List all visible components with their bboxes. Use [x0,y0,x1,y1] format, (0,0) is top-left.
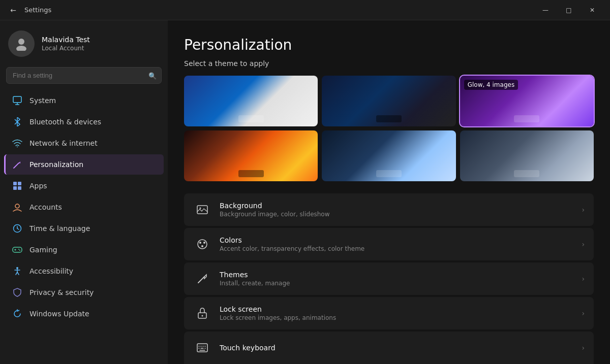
svg-line-6 [14,163,19,168]
theme-taskbar [514,170,539,177]
theme-grid: Glow, 4 images [184,76,594,181]
theme-card-glow[interactable]: Glow, 4 images [460,76,594,126]
svg-point-28 [199,242,201,244]
nav-update[interactable]: Windows Update [4,304,164,324]
colors-title: Colors [220,236,582,244]
chevron-right-icon: › [582,275,585,283]
nav-system[interactable]: System [4,90,164,111]
theme-taskbar [376,170,402,177]
nav-bluetooth[interactable]: Bluetooth & devices [4,112,164,132]
sidebar: Malavida Test Local Account 🔍 System [0,20,168,364]
app-body: Malavida Test Local Account 🔍 System [0,20,610,364]
lockscreen-title: Lock screen [220,305,582,313]
system-icon [12,95,22,106]
user-section: Malavida Test Local Account [0,20,168,65]
nav-accounts-label: Accounts [29,203,62,211]
nav-network-label: Network & internet [29,139,98,147]
themes-title: Themes [220,271,582,279]
close-icon: ✕ [590,7,595,14]
theme-card-win11-light[interactable] [184,76,318,126]
apps-icon [12,181,22,191]
background-text: Background Background image, color, slid… [220,202,582,218]
accounts-icon [12,202,22,212]
close-button[interactable]: ✕ [581,2,604,18]
nav-privacy[interactable]: Privacy & security [4,282,164,303]
themes-desc: Install, create, manage [220,280,582,287]
chevron-right-icon: › [582,309,585,317]
theme-card-win11-dark[interactable] [322,76,455,126]
setting-row-lockscreen[interactable]: Lock screen Lock screen images, apps, an… [184,297,594,329]
svg-rect-9 [13,186,17,190]
svg-rect-25 [197,206,207,214]
maximize-icon: □ [566,7,571,14]
colors-text: Colors Accent color, transparency effect… [220,236,582,252]
chevron-right-icon: › [582,240,585,248]
back-icon: ← [10,6,16,14]
nav-time[interactable]: Time & language [4,218,164,239]
svg-point-1 [16,46,26,51]
svg-line-31 [198,277,204,283]
user-name: Malavida Test [42,36,90,44]
svg-point-0 [18,39,24,45]
svg-point-26 [200,208,201,209]
minimize-icon: — [542,7,548,14]
svg-line-24 [17,272,19,275]
lockscreen-desc: Lock screen images, apps, animations [220,314,582,321]
chevron-right-icon: › [582,344,585,352]
nav-apps[interactable]: Apps [4,176,164,196]
themes-icon [193,270,211,288]
setting-row-colors[interactable]: Colors Accent color, transparency effect… [184,228,594,260]
gaming-icon [12,245,22,255]
lockscreen-icon [193,304,211,322]
svg-point-18 [18,249,19,250]
privacy-icon [12,287,22,297]
window-controls: — □ ✕ [534,2,604,18]
svg-rect-10 [18,186,21,190]
theme-taskbar [238,170,264,177]
nav-personalization[interactable]: Personalization [4,154,164,175]
themes-text: Themes Install, create, manage [220,271,582,287]
app-title: Settings [24,6,534,14]
nav-gaming[interactable]: Gaming [4,240,164,260]
nav-personalization-label: Personalization [29,160,83,169]
colors-icon [193,235,211,253]
setting-row-background[interactable]: Background Background image, color, slid… [184,193,594,226]
svg-rect-7 [13,182,17,185]
svg-rect-8 [18,182,21,185]
nav-network[interactable]: Network & internet [4,133,164,153]
chevron-right-icon: › [582,206,585,214]
minimize-button[interactable]: — [534,2,557,18]
theme-taskbar [376,115,402,122]
theme-taskbar [514,115,539,122]
theme-card-calm[interactable] [322,130,455,181]
theme-card-flower[interactable] [184,130,318,181]
setting-row-touch-keyboard[interactable]: Touch keyboard › [184,332,594,364]
avatar [8,30,35,57]
nav-accounts[interactable]: Accounts [4,197,164,217]
back-button[interactable]: ← [6,3,20,17]
setting-row-themes[interactable]: Themes Install, create, manage › [184,262,594,295]
background-title: Background [220,202,582,210]
svg-line-14 [17,228,19,229]
lockscreen-text: Lock screen Lock screen images, apps, an… [220,305,582,321]
svg-point-33 [202,315,203,317]
nav-time-label: Time & language [29,224,90,233]
svg-point-29 [203,242,205,244]
nav-accessibility[interactable]: Accessibility [4,261,164,281]
page-title: Personalization [184,37,594,53]
touch-keyboard-title: Touch keyboard [220,344,582,352]
nav-update-label: Windows Update [29,310,89,318]
user-subtitle: Local Account [42,45,90,52]
svg-point-27 [198,240,207,249]
nav-privacy-label: Privacy & security [29,288,94,296]
svg-point-30 [201,245,203,247]
user-info: Malavida Test Local Account [42,36,90,52]
background-icon [193,201,211,219]
theme-card-abstract[interactable] [460,130,594,181]
nav-accessibility-label: Accessibility [29,267,73,275]
colors-desc: Accent color, transparency effects, colo… [220,245,582,252]
accessibility-icon [12,266,22,276]
svg-rect-2 [13,96,21,103]
maximize-button[interactable]: □ [557,2,581,18]
search-input[interactable] [6,67,162,84]
